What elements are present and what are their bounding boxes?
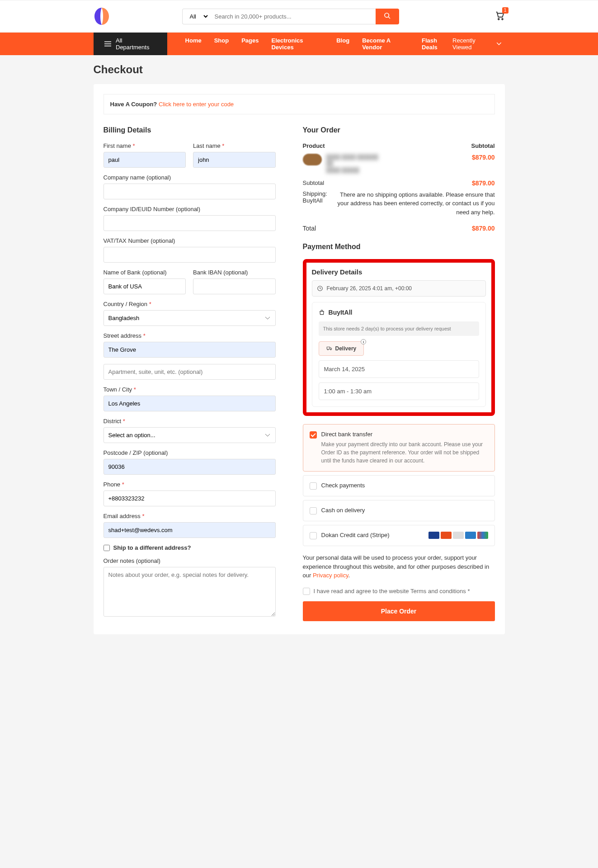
search-category-select[interactable]: All [182, 9, 209, 24]
privacy-notice: Your personal data will be used to proce… [303, 553, 495, 580]
delivery-vendor: BuyItAll [319, 309, 479, 316]
billing-heading: Billing Details [104, 126, 276, 134]
delivery-heading: Delivery Details [312, 268, 486, 276]
bank-iban-input[interactable] [193, 278, 276, 294]
email-label: Email address * [104, 513, 276, 519]
svg-point-3 [502, 18, 503, 19]
all-departments-label: All Departments [116, 37, 156, 51]
country-select[interactable]: Bangladesh [104, 310, 276, 326]
place-order-button[interactable]: Place Order [303, 601, 495, 621]
city-input[interactable] [104, 396, 276, 411]
clock-icon [317, 285, 323, 292]
svg-point-2 [498, 18, 499, 19]
item-price: $879.00 [472, 154, 495, 161]
coupon-notice: Have A Coupon? Click here to enter your … [104, 94, 495, 114]
subtotal-label: Subtotal [303, 179, 325, 187]
order-heading: Your Order [303, 126, 495, 134]
last-name-input[interactable] [193, 152, 276, 168]
page-title: Checkout [94, 63, 505, 76]
payment-stripe-label: Dokan Credit card (Stripe) [321, 532, 390, 538]
cart-button[interactable]: 1 [495, 11, 505, 22]
district-select[interactable]: Select an option... [104, 427, 276, 443]
bank-name-input[interactable] [104, 278, 186, 294]
search-icon [384, 12, 391, 19]
nav-flash-deals[interactable]: Flash Deals [422, 37, 452, 51]
district-label: District * [104, 418, 276, 425]
nav-pages[interactable]: Pages [241, 37, 259, 51]
payment-cod-label: Cash on delivery [321, 507, 365, 514]
vat-input[interactable] [104, 247, 276, 263]
order-notes-input[interactable] [104, 567, 276, 617]
terms-link[interactable]: Terms and conditions [410, 588, 466, 594]
company-label: Company name (optional) [104, 174, 276, 181]
nav-electronics[interactable]: Electronics Devices [271, 37, 324, 51]
delivery-time-slot[interactable]: 1:00 am - 1:30 am [319, 382, 479, 400]
shipping-label: Shipping: BuyItAll [303, 190, 327, 204]
payment-radio-check[interactable] [310, 482, 317, 490]
street-input[interactable] [104, 342, 276, 358]
phone-label: Phone * [104, 481, 276, 488]
order-line-item: ████ ████ ████████████ █████ $879.00 [303, 154, 495, 173]
recently-viewed-menu[interactable]: Recently Viewed [452, 37, 504, 51]
svg-line-1 [388, 17, 390, 19]
payment-option-bank-transfer[interactable]: Direct bank transfer Make your payment d… [303, 424, 495, 472]
nav-blog[interactable]: Blog [336, 37, 349, 51]
payment-heading: Payment Method [303, 243, 495, 251]
privacy-policy-link[interactable]: Privacy policy [313, 572, 348, 579]
delivery-processing-notice: This store needs 2 day(s) to process you… [319, 321, 479, 336]
payment-bank-desc: Make your payment directly into our bank… [321, 440, 488, 465]
shipping-message: There are no shipping options available.… [331, 190, 495, 217]
payment-radio-stripe[interactable] [310, 532, 317, 539]
company-input[interactable] [104, 184, 276, 199]
ship-different-label: Ship to a different address? [113, 544, 191, 551]
payment-bank-label: Direct bank transfer [321, 431, 488, 438]
svg-point-8 [327, 349, 328, 350]
subtotal-value: $879.00 [472, 179, 495, 187]
product-col-header: Product [303, 142, 325, 149]
item-thumbnail [303, 154, 322, 165]
company-id-label: Company ID/EUID Number (optional) [104, 206, 276, 212]
payment-radio-bank[interactable] [310, 431, 317, 439]
cart-badge: 1 [502, 7, 509, 14]
city-label: Town / City * [104, 386, 276, 393]
all-departments-menu[interactable]: All Departments [94, 33, 167, 55]
truck-icon [326, 345, 333, 352]
first-name-input[interactable] [104, 152, 186, 168]
street-label: Street address * [104, 332, 276, 339]
nav-home[interactable]: Home [185, 37, 202, 51]
payment-option-check[interactable]: Check payments [303, 475, 495, 496]
phone-input[interactable] [104, 491, 276, 506]
vat-label: VAT/TAX Number (optional) [104, 237, 276, 244]
recently-viewed-label: Recently Viewed [452, 37, 495, 51]
bank-name-label: Name of Bank (optional) [104, 269, 186, 276]
payment-option-cod[interactable]: Cash on delivery [303, 500, 495, 521]
order-notes-label: Order notes (optional) [104, 557, 276, 564]
street2-input[interactable] [104, 364, 276, 380]
bank-iban-label: Bank IBAN (optional) [193, 269, 276, 276]
coupon-toggle-link[interactable]: Click here to enter your code [159, 101, 234, 108]
company-id-input[interactable] [104, 215, 276, 231]
card-brand-icons [428, 532, 488, 539]
menu-icon [104, 41, 112, 47]
delivery-type-badge[interactable]: Delivery i [319, 341, 364, 356]
ship-different-checkbox[interactable] [104, 545, 110, 551]
subtotal-col-header: Subtotal [471, 142, 495, 149]
first-name-label: First name * [104, 142, 186, 149]
email-input[interactable] [104, 522, 276, 538]
total-label: Total [303, 225, 316, 232]
site-logo[interactable] [94, 7, 110, 26]
chevron-down-icon [497, 42, 501, 45]
search-button[interactable] [376, 9, 399, 24]
payment-option-stripe[interactable]: Dokan Credit card (Stripe) [303, 525, 495, 546]
nav-vendor[interactable]: Become A Vendor [362, 37, 409, 51]
postcode-input[interactable] [104, 459, 276, 475]
nav-shop[interactable]: Shop [214, 37, 229, 51]
total-value: $879.00 [472, 225, 495, 232]
svg-point-9 [330, 349, 331, 350]
terms-checkbox[interactable] [303, 588, 310, 595]
postcode-label: Postcode / ZIP (optional) [104, 449, 276, 456]
delivery-date-slot[interactable]: March 14, 2025 [319, 360, 479, 378]
info-icon[interactable]: i [361, 339, 366, 344]
search-input[interactable] [209, 9, 376, 24]
payment-radio-cod[interactable] [310, 507, 317, 514]
